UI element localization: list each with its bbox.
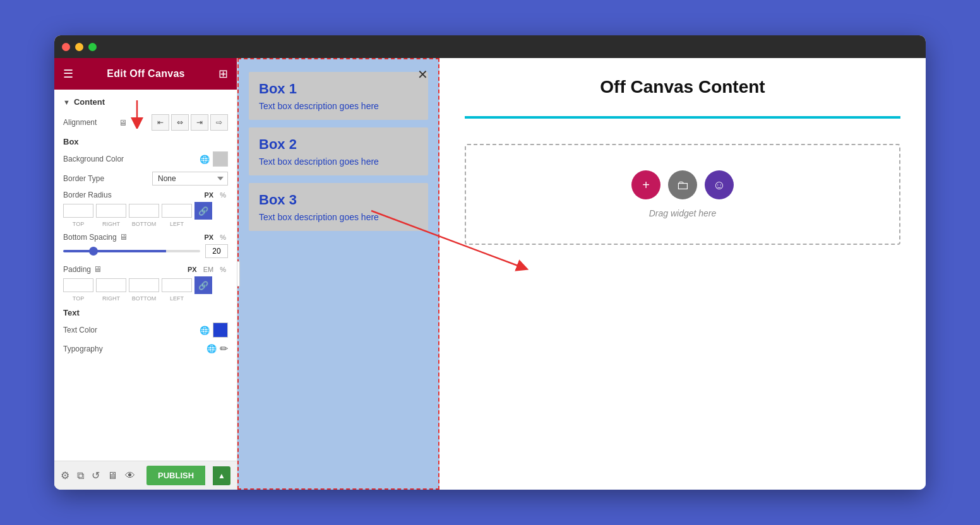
drop-zone: + 🗀 ☺ Drag widget here	[465, 144, 900, 245]
br-left-label: LEFT	[162, 221, 192, 227]
padding-right-label: RIGHT	[96, 295, 126, 302]
content-section-title: ▼ Content	[63, 97, 228, 107]
panel-body: ▼ Content Alignment 🖥	[54, 90, 237, 461]
box2-description: Text box description goes here	[259, 156, 418, 167]
padding-left-input[interactable]	[162, 278, 192, 292]
padding-em-unit[interactable]: EM	[201, 265, 216, 274]
minimize-window-btn[interactable]	[75, 43, 83, 51]
background-color-swatch-wrapper: 🌐	[200, 151, 228, 167]
bottom-spacing-value-input[interactable]: 20	[205, 244, 228, 258]
box1-title: Box 1	[259, 81, 418, 97]
padding-px-unit[interactable]: PX	[186, 265, 199, 274]
border-radius-label: Border Radius	[63, 191, 112, 199]
bottom-spacing-row: Bottom Spacing 🖥 PX % 20	[63, 232, 228, 258]
folder-btn[interactable]: 🗀	[668, 170, 697, 199]
hamburger-icon[interactable]: ☰	[63, 67, 73, 81]
maximize-window-btn[interactable]	[88, 43, 97, 51]
publish-dropdown-btn[interactable]: ▲	[213, 466, 230, 485]
padding-right-input[interactable]	[96, 278, 126, 292]
drop-zone-label: Drag widget here	[649, 208, 717, 218]
border-radius-link-btn[interactable]: 🔗	[194, 202, 212, 220]
main-content: Off Canvas Content + 🗀 ☺	[439, 58, 926, 490]
settings-icon[interactable]: ⚙	[61, 469, 69, 481]
box3-description: Text box description goes here	[259, 212, 418, 222]
main-content-title: Off Canvas Content	[465, 77, 900, 97]
folder-icon: 🗀	[676, 178, 689, 192]
main-area: ☰ Edit Off Canvas ⊞ ▼ Content Alignment …	[54, 58, 926, 490]
padding-row: Padding 🖥 PX EM %	[63, 264, 228, 302]
align-buttons: ⇤ ⇔ ⇥ ⇨	[152, 114, 228, 131]
background-color-swatch[interactable]	[213, 151, 228, 167]
typography-row: Typography 🌐 ✏	[63, 343, 228, 355]
spacing-percent-unit[interactable]: %	[218, 233, 228, 242]
bottom-spacing-slider[interactable]	[63, 250, 200, 252]
background-color-row: Background Color 🌐	[63, 151, 228, 167]
grid-icon[interactable]: ⊞	[218, 67, 228, 81]
padding-top-label: TOP	[63, 295, 93, 302]
close-window-btn[interactable]	[62, 43, 70, 51]
collapse-offcanvas-btn[interactable]: ‹	[237, 261, 240, 286]
padding-label: Padding 🖥	[63, 264, 102, 274]
align-left-btn[interactable]: ⇤	[152, 114, 169, 131]
publish-button[interactable]: PUBLISH	[146, 466, 205, 485]
bg-color-globe-icon[interactable]: 🌐	[200, 155, 210, 164]
padding-bottom-input[interactable]	[129, 278, 159, 292]
cyan-divider	[465, 116, 900, 119]
spacing-px-unit[interactable]: PX	[203, 233, 216, 242]
align-right-btn[interactable]: ⇥	[191, 114, 208, 131]
text-color-swatch[interactable]	[213, 322, 228, 338]
history-icon[interactable]: ↺	[92, 469, 100, 481]
bottom-spacing-label: Bottom Spacing 🖥	[63, 232, 128, 242]
border-radius-px-unit[interactable]: PX	[203, 191, 216, 199]
close-offcanvas-btn[interactable]: ✕	[417, 68, 428, 81]
border-radius-inputs: 🔗	[63, 202, 228, 220]
padding-left-label: LEFT	[162, 295, 192, 302]
box-item-3: Box 3 Text box description goes here	[249, 183, 428, 231]
smile-icon: ☺	[713, 178, 726, 192]
typography-label: Typography	[63, 345, 206, 353]
border-type-label: Border Type	[63, 174, 152, 183]
border-radius-top-input[interactable]	[63, 204, 93, 218]
left-panel: ☰ Edit Off Canvas ⊞ ▼ Content Alignment …	[54, 58, 237, 490]
box1-description: Text box description goes here	[259, 101, 418, 111]
border-radius-percent-unit[interactable]: %	[218, 191, 228, 199]
text-color-globe-icon[interactable]: 🌐	[200, 326, 210, 335]
padding-top-input[interactable]	[63, 278, 93, 292]
preview-icon[interactable]: 🖥	[107, 470, 117, 481]
box2-title: Box 2	[259, 136, 418, 153]
alignment-row: Alignment 🖥	[63, 114, 228, 131]
border-radius-row: Border Radius PX % 🔗 TOP	[63, 191, 228, 227]
typography-edit-icon[interactable]: ✏	[220, 343, 228, 355]
align-justify-btn[interactable]: ⇨	[210, 114, 228, 131]
text-section-title: Text	[63, 308, 228, 317]
spacing-monitor-icon: 🖥	[119, 232, 128, 242]
border-radius-right-input[interactable]	[96, 204, 126, 218]
border-radius-bottom-input[interactable]	[129, 204, 159, 218]
br-bottom-label: BOTTOM	[129, 221, 159, 227]
br-right-label: RIGHT	[96, 221, 126, 227]
plus-icon: +	[642, 178, 650, 192]
border-radius-sub-labels: TOP RIGHT BOTTOM LEFT	[63, 221, 228, 227]
monitor-icon: 🖥	[119, 118, 127, 127]
padding-sub-labels: TOP RIGHT BOTTOM LEFT	[63, 295, 228, 302]
bottom-spacing-slider-wrapper: 20	[63, 244, 228, 258]
panel-header: ☰ Edit Off Canvas ⊞	[54, 58, 237, 90]
app-window: ☰ Edit Off Canvas ⊞ ▼ Content Alignment …	[54, 35, 926, 490]
align-center-btn[interactable]: ⇔	[171, 114, 189, 131]
box-section-title: Box	[63, 137, 228, 146]
add-widget-btn[interactable]: +	[631, 170, 660, 199]
layers-icon[interactable]: ⧉	[77, 470, 84, 481]
border-type-select[interactable]: None Solid Dashed Dotted	[152, 172, 228, 186]
border-radius-left-input[interactable]	[162, 204, 192, 218]
padding-link-btn[interactable]: 🔗	[194, 276, 212, 294]
border-type-row: Border Type None Solid Dashed Dotted	[63, 172, 228, 186]
br-top-label: TOP	[63, 221, 93, 227]
eye-icon[interactable]: 👁	[125, 470, 135, 481]
off-canvas-panel: ✕ ‹ Box 1 Text box description goes here…	[237, 58, 439, 490]
padding-inputs: 🔗	[63, 276, 228, 294]
box-item-2: Box 2 Text box description goes here	[249, 127, 428, 175]
padding-percent-unit[interactable]: %	[218, 265, 228, 274]
typography-globe-icon[interactable]: 🌐	[206, 344, 217, 353]
template-btn[interactable]: ☺	[705, 170, 734, 199]
canvas-area: ✕ ‹ Box 1 Text box description goes here…	[237, 58, 926, 490]
